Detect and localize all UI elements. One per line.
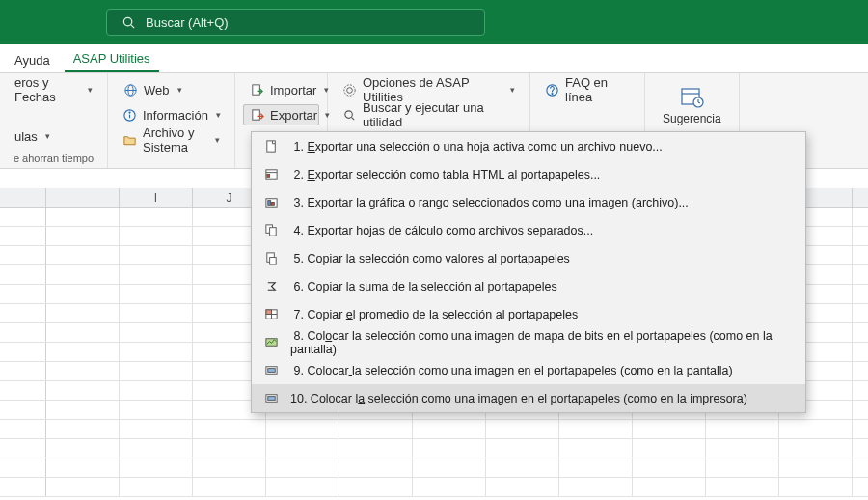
grid-cell[interactable] [193,439,266,458]
column-header[interactable]: I [120,188,193,207]
numeros-y-fechas-button[interactable]: eros y Fechas▾ [8,79,99,100]
grid-cell[interactable] [46,458,120,477]
grid-cell[interactable] [266,478,339,496]
grid-cell[interactable] [853,401,868,419]
grid-cell[interactable] [120,362,193,380]
dropdown-item-3[interactable]: 3. Exportar la gráfica o rango seleccion… [252,188,805,216]
grid-cell[interactable] [46,304,120,322]
grid-cell[interactable] [266,458,339,477]
grid-cell[interactable] [706,420,779,438]
grid-cell[interactable] [853,265,868,284]
dropdown-item-4[interactable]: 4. Exportar hojas de cálculo como archiv… [252,216,805,244]
dropdown-item-7[interactable]: 7. Copiar el promedio de la selección al… [252,300,805,328]
grid-cell[interactable] [0,362,46,380]
grid-cell[interactable] [120,246,193,264]
grid-cell[interactable] [853,208,868,226]
grid-cell[interactable] [413,420,486,438]
grid-cell[interactable] [46,401,120,419]
faq-button[interactable]: FAQ en línea [538,79,637,100]
dropdown-item-2[interactable]: 2. Exportar selección como tabla HTML al… [252,160,805,188]
grid-cell[interactable] [120,478,193,496]
grid-cell[interactable] [120,208,193,226]
opciones-button[interactable]: Opciones de ASAP Utilities▾ [336,79,522,100]
dropdown-item-5[interactable]: 5. Copiar la selección como valores al p… [252,244,805,272]
column-header[interactable] [46,188,120,207]
grid-cell[interactable] [46,439,120,458]
tab-ayuda[interactable]: Ayuda [6,48,59,72]
col-corner[interactable] [0,188,46,207]
grid-cell[interactable] [0,343,46,361]
dropdown-item-8[interactable]: 8. Colocar la selección como una imagen … [252,328,805,356]
grid-cell[interactable] [120,304,193,322]
dropdown-item-10[interactable]: 10. Colocar la selección como una imagen… [252,384,805,412]
grid-cell[interactable] [706,478,779,496]
grid-cell[interactable] [266,420,339,438]
grid-cell[interactable] [853,362,868,380]
grid-cell[interactable] [0,246,46,264]
grid-cell[interactable] [413,458,486,477]
grid-cell[interactable] [853,420,868,438]
importar-button[interactable]: Importar▾ [243,79,319,100]
grid-cell[interactable] [486,439,559,458]
grid-cell[interactable] [779,420,853,438]
grid-cell[interactable] [120,420,193,438]
grid-cell[interactable] [193,478,266,496]
grid-cell[interactable] [853,439,868,458]
grid-cell[interactable] [0,227,46,245]
grid-cell[interactable] [120,381,193,400]
informacion-button[interactable]: Información▾ [116,104,227,125]
grid-cell[interactable] [853,343,868,361]
grid-cell[interactable] [339,478,413,496]
grid-cell[interactable] [486,458,559,477]
grid-cell[interactable] [0,208,46,226]
column-header[interactable]: S [853,188,868,207]
dropdown-item-6[interactable]: 6. Copiar la suma de la selección al por… [252,272,805,300]
grid-cell[interactable] [46,323,120,342]
grid-cell[interactable] [486,420,559,438]
grid-cell[interactable] [853,304,868,322]
grid-cell[interactable] [46,343,120,361]
web-button[interactable]: Web▾ [116,79,227,100]
grid-cell[interactable] [633,458,706,477]
grid-cell[interactable] [120,343,193,361]
grid-cell[interactable] [853,285,868,303]
tab-asap-utilities[interactable]: ASAP Utilities [65,46,159,72]
grid-cell[interactable] [559,420,633,438]
grid-cell[interactable] [120,401,193,419]
ulas-button[interactable]: ulas▾ [8,125,99,147]
grid-cell[interactable] [486,478,559,496]
grid-cell[interactable] [339,458,413,477]
grid-cell[interactable] [853,381,868,400]
grid-cell[interactable] [193,420,266,438]
grid-cell[interactable] [0,304,46,322]
grid-cell[interactable] [339,439,413,458]
grid-cell[interactable] [266,439,339,458]
grid-cell[interactable] [0,478,46,496]
grid-cell[interactable] [120,227,193,245]
grid-cell[interactable] [559,439,633,458]
grid-cell[interactable] [339,420,413,438]
grid-cell[interactable] [853,458,868,477]
grid-cell[interactable] [0,439,46,458]
grid-cell[interactable] [120,285,193,303]
buscar-ejecutar-button[interactable]: Buscar y ejecutar una utilidad [336,104,522,125]
grid-cell[interactable] [46,362,120,380]
grid-cell[interactable] [779,478,853,496]
grid-cell[interactable] [0,323,46,342]
grid-cell[interactable] [120,323,193,342]
grid-cell[interactable] [46,381,120,400]
grid-cell[interactable] [0,458,46,477]
grid-cell[interactable] [779,439,853,458]
grid-cell[interactable] [46,265,120,284]
grid-cell[interactable] [853,478,868,496]
grid-cell[interactable] [413,439,486,458]
grid-cell[interactable] [0,285,46,303]
grid-cell[interactable] [46,208,120,226]
grid-cell[interactable] [633,439,706,458]
grid-cell[interactable] [0,420,46,438]
dropdown-item-9[interactable]: 9. Colocar la selección como una imagen … [252,356,805,384]
grid-cell[interactable] [46,246,120,264]
grid-cell[interactable] [46,227,120,245]
grid-cell[interactable] [193,458,266,477]
grid-cell[interactable] [853,246,868,264]
